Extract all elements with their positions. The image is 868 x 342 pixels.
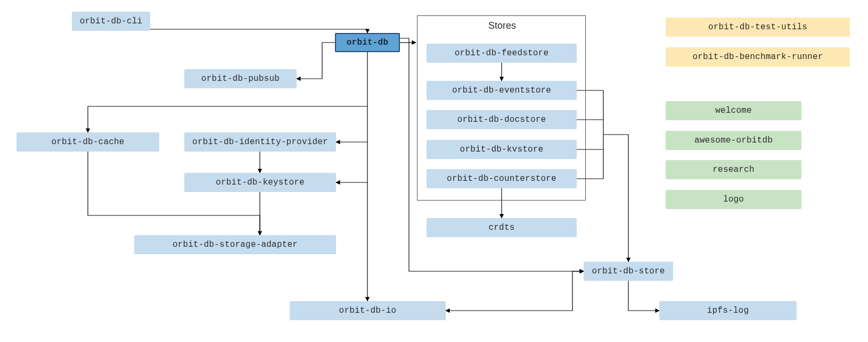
- node-awesome: awesome-orbitdb: [666, 131, 801, 150]
- node-feed: orbit-db-feedstore: [427, 44, 577, 63]
- node-keystore: orbit-db-keystore: [184, 173, 336, 192]
- node-logo: logo: [666, 190, 801, 209]
- node-kv: orbit-db-kvstore: [427, 140, 577, 159]
- stores-group-title: Stores: [488, 20, 516, 31]
- node-pubsub: orbit-db-pubsub: [184, 69, 297, 88]
- node-welcome: welcome: [666, 101, 801, 120]
- node-doc: orbit-db-docstore: [427, 110, 577, 129]
- node-cache: orbit-db-cache: [17, 132, 159, 152]
- node-storage: orbit-db-storage-adapter: [134, 235, 336, 254]
- node-cli: orbit-db-cli: [72, 12, 150, 31]
- node-io: orbit-db-io: [290, 301, 446, 320]
- node-event: orbit-db-eventstore: [427, 81, 577, 100]
- diagram-canvas: Stores orbit-db-cli orbit-db orbit-db-pu…: [0, 0, 868, 342]
- node-research: research: [666, 160, 801, 179]
- node-crdts: crdts: [427, 218, 577, 237]
- node-identity: orbit-db-identity-provider: [184, 132, 336, 152]
- node-core: orbit-db: [335, 33, 400, 52]
- node-counter: orbit-db-counterstore: [427, 169, 577, 188]
- node-benchmark: orbit-db-benchmark-runner: [666, 47, 850, 66]
- node-store: orbit-db-store: [584, 262, 673, 281]
- node-test-utils: orbit-db-test-utils: [666, 18, 850, 37]
- node-ipfslog: ipfs-log: [659, 301, 797, 320]
